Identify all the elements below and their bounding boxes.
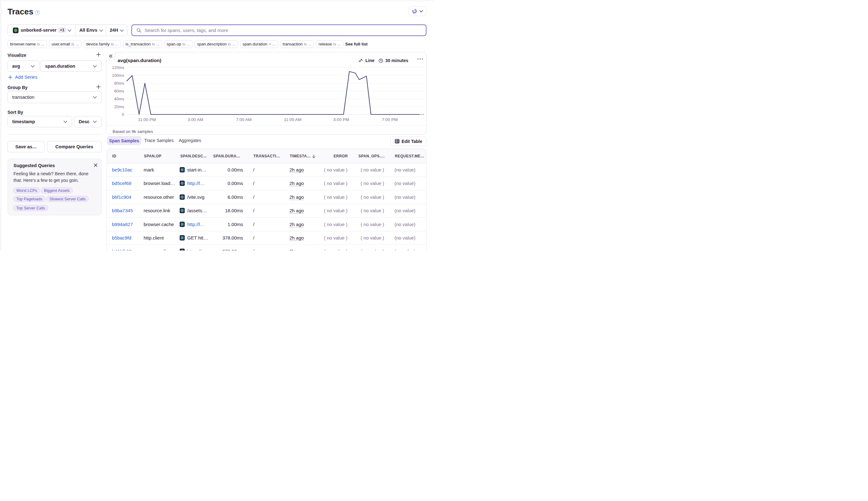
svg-text:60ms: 60ms [114, 89, 124, 94]
svg-text:120ms: 120ms [112, 65, 125, 70]
svg-text:80ms: 80ms [114, 81, 124, 86]
svg-text:3:00 PM: 3:00 PM [334, 117, 349, 122]
svg-text:11:00 PM: 11:00 PM [138, 117, 156, 122]
svg-text:0: 0 [122, 112, 124, 117]
svg-text:100ms: 100ms [112, 73, 125, 78]
svg-text:20ms: 20ms [114, 104, 124, 109]
svg-text:11:00 AM: 11:00 AM [284, 117, 301, 122]
svg-text:3:00 AM: 3:00 AM [188, 117, 203, 122]
svg-text:40ms: 40ms [114, 97, 124, 101]
svg-text:7:00 AM: 7:00 AM [236, 117, 252, 122]
svg-text:7:00 PM: 7:00 PM [382, 117, 398, 122]
